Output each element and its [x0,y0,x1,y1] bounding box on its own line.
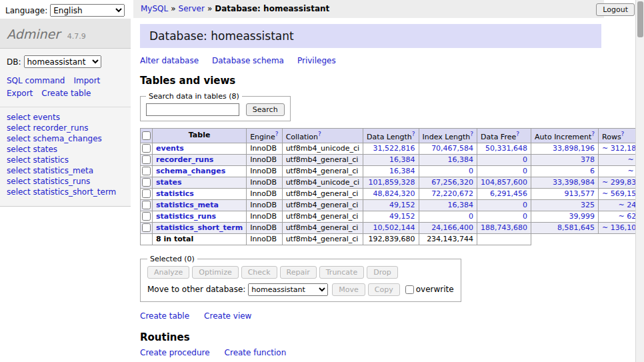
table-link-statistics-meta[interactable]: statistics_meta [156,201,219,209]
overwrite-checkbox[interactable] [405,285,414,294]
index-length-link[interactable]: 67,256,320 [431,178,473,187]
db-label: DB: [7,57,21,67]
table-link-schema-changes[interactable]: schema_changes [156,167,225,175]
data-free-link[interactable]: 0 [523,167,527,175]
column-label: Collation [286,133,318,141]
row-checkbox-statistics[interactable] [142,189,151,198]
db-select[interactable]: homeassistant [24,55,101,68]
column-hint-link-auto-increment[interactable]: ? [591,133,595,141]
link-create-view[interactable]: Create view [204,311,251,321]
scrollbar-thumb[interactable] [637,1,643,37]
index-length-link[interactable]: 72,220,672 [431,189,473,198]
table-link-events[interactable]: events [156,144,184,153]
logout-button[interactable]: Logout [596,3,635,16]
cell-table-name: schema_changes [153,165,247,177]
data-length-link[interactable]: 31,522,816 [373,144,415,153]
data-free-link[interactable]: 6,291,456 [490,189,527,198]
auto-increment-link[interactable]: 378 [581,155,595,164]
auto-increment-link[interactable]: 6 [590,167,595,175]
move-database-select[interactable]: homeassistant [248,283,328,296]
data-free-link[interactable]: 0 [523,212,527,221]
breadcrumb-server[interactable]: Server [179,4,205,13]
table-link-recorder-runs[interactable]: recorder_runs [156,155,213,164]
breadcrumb-mysql[interactable]: MySQL [141,4,168,13]
data-length-link[interactable]: 10,502,144 [373,223,415,232]
table-link-statistics-short-term[interactable]: statistics_short_term [156,223,243,232]
tables-overview-table: TableEngine?Collation?Data Length?Index … [140,128,644,245]
data-length-link[interactable]: 48,824,320 [373,189,415,198]
data-length-link[interactable]: 101,859,328 [369,178,415,187]
vertical-scrollbar[interactable] [635,0,644,362]
auto-increment-link[interactable]: 913,577 [565,189,595,198]
data-free-link[interactable]: 0 [523,201,527,209]
cell-auto-increment: 33,898,196 [531,143,599,154]
auto-increment-link[interactable]: 39,999 [569,212,595,221]
sidebar-link-sql-command[interactable]: SQL command [7,76,65,85]
auto-increment-link[interactable]: 33,398,984 [553,178,595,187]
data-length-link[interactable]: 16,384 [389,167,415,175]
column-hint-link-data-length[interactable]: ? [412,133,415,141]
column-hint-link-engine[interactable]: ? [275,133,279,141]
app-logo: Adminer 4.7.9 [0,19,131,49]
sidebar-link-export[interactable]: Export [7,89,33,98]
cell-index-length: 70,467,584 [419,143,477,154]
sidebar-item-select-schema-changes[interactable]: select schema_changes [7,134,124,144]
link-create-function[interactable]: Create function [225,348,287,357]
data-free-link[interactable]: 188,743,680 [481,223,527,232]
sidebar-link-import[interactable]: Import [73,76,100,85]
column-hint-link-collation[interactable]: ? [318,133,321,141]
table-link-statistics[interactable]: statistics [156,189,194,198]
index-length-link[interactable]: 70,467,584 [431,144,473,153]
link-create-procedure[interactable]: Create procedure [140,348,210,357]
data-free-link[interactable]: 104,857,600 [481,178,527,187]
sidebar-item-select-recorder-runs[interactable]: select recorder_runs [7,123,124,133]
row-checkbox-cell [141,154,153,165]
link-database-schema[interactable]: Database schema [212,56,284,65]
data-length-link[interactable]: 49,152 [389,201,415,209]
search-button[interactable]: Search [246,103,285,116]
data-free-link[interactable]: 50,331,648 [485,144,527,153]
sidebar-item-select-states[interactable]: select states [7,145,124,155]
link-create-table[interactable]: Create table [140,311,189,321]
data-length-link[interactable]: 49,152 [389,212,415,221]
table-link-statistics-runs[interactable]: statistics_runs [156,212,216,221]
select-all-checkbox[interactable] [142,131,151,140]
sidebar-link-create-table[interactable]: Create table [41,89,91,98]
index-length-link[interactable]: 16,384 [448,155,474,164]
index-length-link[interactable]: 0 [469,167,473,175]
language-select[interactable]: English [50,4,125,17]
row-checkbox-states[interactable] [142,178,151,187]
auto-increment-link[interactable]: 33,898,196 [553,144,595,153]
table-row-statistics-runs: statistics_runsInnoDButf8mb4_general_ci4… [141,211,644,222]
table-row-statistics: statisticsInnoDButf8mb4_general_ci48,824… [141,188,644,199]
index-length-link[interactable]: 0 [469,212,473,221]
sidebar-item-select-statistics[interactable]: select statistics [7,155,124,165]
index-length-link[interactable]: 16,384 [448,201,474,209]
column-hint-link-data-free[interactable]: ? [516,133,519,141]
sidebar-item-select-statistics-runs[interactable]: select statistics_runs [7,177,124,187]
column-hint-link-index-length[interactable]: ? [470,133,473,141]
search-input[interactable] [146,103,239,116]
database-actions: Alter databaseDatabase schemaPrivileges [140,56,601,65]
row-checkbox-statistics-short-term[interactable] [142,223,151,232]
table-link-states[interactable]: states [156,178,182,187]
auto-increment-link[interactable]: 325 [581,201,595,209]
row-checkbox-recorder-runs[interactable] [142,155,151,164]
breadcrumb-separator: » [207,4,212,13]
data-length-link[interactable]: 16,384 [389,155,415,164]
link-alter-database[interactable]: Alter database [140,56,199,65]
cell-collation: utf8mb4_general_ci [282,199,363,211]
row-checkbox-events[interactable] [142,144,151,153]
index-length-link[interactable]: 24,166,400 [431,223,473,232]
auto-increment-link[interactable]: 8,581,645 [557,223,595,232]
data-free-link[interactable]: 0 [523,155,527,164]
row-checkbox-statistics-meta[interactable] [142,201,151,209]
sidebar-item-select-events[interactable]: select events [7,113,124,123]
row-checkbox-statistics-runs[interactable] [142,212,151,221]
overwrite-option: overwrite [405,285,454,294]
sidebar-item-select-statistics-meta[interactable]: select statistics_meta [7,166,124,176]
link-privileges[interactable]: Privileges [297,56,336,65]
row-checkbox-schema-changes[interactable] [142,167,151,175]
sidebar-item-select-statistics-short-term[interactable]: select statistics_short_term [7,187,124,197]
column-hint-link-rows[interactable]: ? [621,133,625,141]
